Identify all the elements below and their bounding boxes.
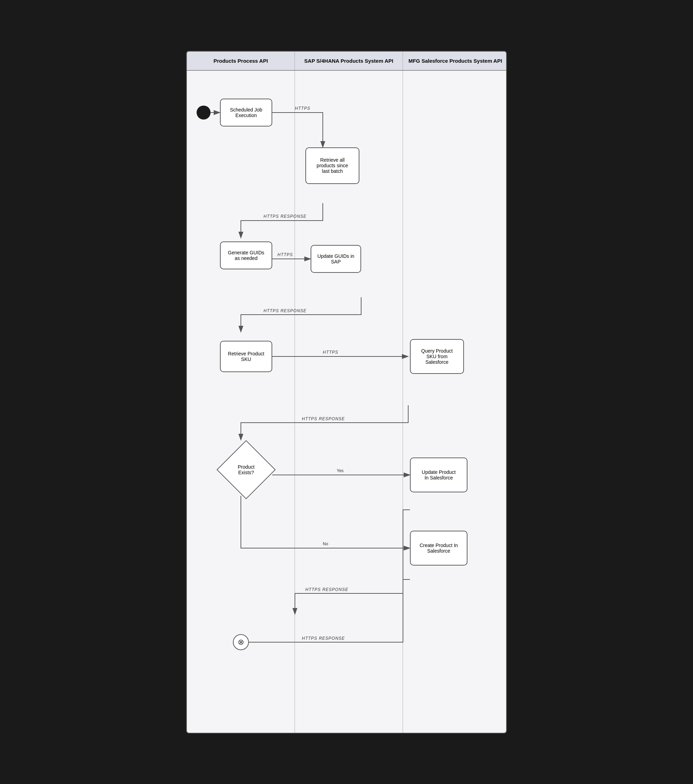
header-row: Products Process API SAP S/4HANA Product…: [187, 51, 506, 71]
lane-sf-api: [403, 71, 507, 733]
retrieve-sku-node: Retrieve ProductSKU: [220, 341, 272, 372]
create-sf-label: Create Product InSalesforce: [420, 542, 458, 554]
update-sf-node: Update ProductIn Salesforce: [410, 458, 467, 492]
start-node: [196, 105, 211, 120]
diagram-container: Products Process API SAP S/4HANA Product…: [186, 51, 507, 733]
lane-process-api: [187, 71, 295, 733]
query-product-label: Query ProductSKU fromSalesforce: [421, 348, 452, 365]
update-guids-label: Update GUIDs inSAP: [318, 253, 355, 265]
update-sf-label: Update ProductIn Salesforce: [422, 469, 455, 481]
query-product-node: Query ProductSKU fromSalesforce: [410, 339, 464, 374]
header-col2: SAP S/4HANA Products System API: [295, 51, 403, 70]
end-symbol: ⊗: [238, 638, 244, 646]
retrieve-products-node: Retrieve allproducts sincelast batch: [305, 147, 360, 184]
update-guids-node: Update GUIDs inSAP: [310, 245, 361, 273]
diagram-body: HTTPS HTTPS RESPONSE HTTPS HTTPS RESPONS…: [187, 71, 506, 733]
scheduled-job-node: Scheduled Job Execution: [220, 99, 272, 127]
product-exists-node: ProductExists?: [220, 443, 272, 496]
scheduled-job-label: Scheduled Job Execution: [226, 107, 267, 118]
start-circle: [196, 105, 211, 120]
create-sf-node: Create Product InSalesforce: [410, 531, 467, 565]
header-col1: Products Process API: [187, 51, 295, 70]
header-col3: MFG Salesforce Products System API: [403, 51, 507, 70]
generate-guids-label: Generate GUIDsas needed: [228, 250, 264, 261]
end-node: ⊗: [233, 634, 249, 650]
retrieve-sku-label: Retrieve ProductSKU: [228, 351, 264, 362]
generate-guids-node: Generate GUIDsas needed: [220, 242, 272, 269]
product-exists-label: ProductExists?: [230, 464, 262, 475]
retrieve-products-label: Retrieve allproducts sincelast batch: [317, 157, 348, 174]
